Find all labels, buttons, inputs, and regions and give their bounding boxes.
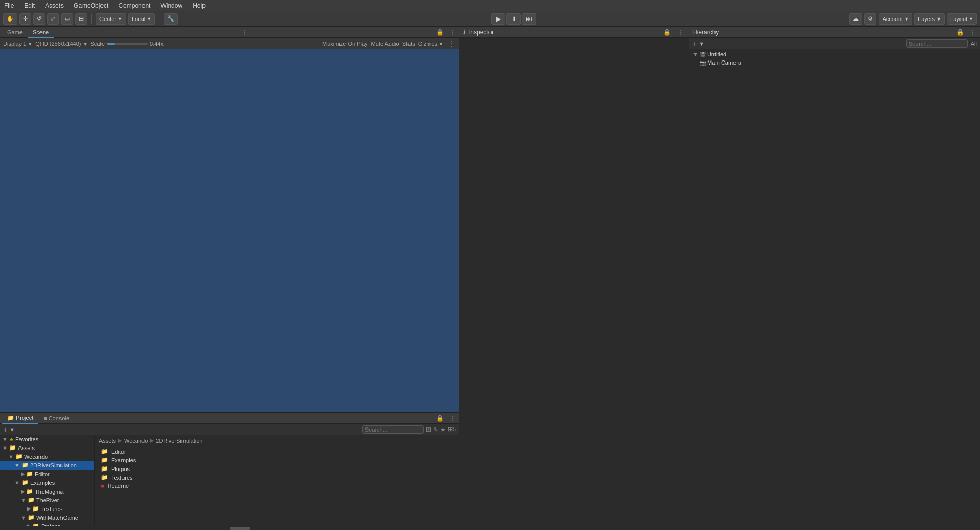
game-canvas[interactable] (0, 49, 459, 412)
bottom-toolbar-icon-3[interactable]: ★ (440, 426, 446, 433)
hierarchy-filter-button[interactable]: ▼ (699, 40, 704, 47)
stats-button[interactable]: Stats (402, 40, 415, 47)
breadcrumb-3[interactable]: 2DRiverSimulation (156, 438, 202, 444)
play-button[interactable]: ▶ (491, 13, 505, 25)
untitled-scene-icon: 🎬 (700, 52, 706, 57)
themagma-expand-icon: ▶ (21, 488, 25, 495)
file-plugins-icon: 📁 (101, 465, 108, 472)
tab-game[interactable]: Game (2, 27, 28, 38)
layers-button[interactable]: Layers ▼ (914, 13, 945, 25)
project-scroll-thumb[interactable] (230, 527, 250, 530)
file-editor[interactable]: 📁 Editor (99, 447, 455, 456)
withmatch-expand-icon: ▼ (21, 515, 26, 521)
editor-folder-icon: 📁 (26, 471, 33, 477)
themagma-folder-icon: 📁 (26, 488, 33, 495)
menu-help[interactable]: Help (191, 2, 208, 9)
view-tabs: Game Scene ⋮ 🔒 ⋮ (0, 27, 459, 38)
game-toolbar-more-button[interactable]: ⋮ (446, 40, 456, 47)
tree-assets-label: Assets (18, 445, 35, 451)
resolution-dropdown[interactable]: QHD (2560x1440) ▼ (35, 40, 87, 47)
river-folder-icon: 📁 (22, 462, 29, 468)
view-tab-more-button[interactable]: ⋮ (239, 27, 250, 38)
menu-window[interactable]: Window (158, 2, 185, 9)
tree-2driversimulation[interactable]: ▼ 📁 2DRiverSimulation (0, 461, 94, 470)
tree-favorites[interactable]: ▼ ★ Favorites (0, 435, 94, 443)
menu-component[interactable]: Component (116, 2, 152, 9)
tree-examples[interactable]: ▼ 📁 Examples (0, 478, 94, 487)
space-dropdown-icon: ▼ (147, 16, 151, 22)
tree-examples-label: Examples (30, 480, 55, 486)
project-tab-label: Project (16, 412, 33, 423)
step-button[interactable]: ⏭ (522, 13, 536, 25)
pivot-button[interactable]: Center ▼ (96, 13, 126, 25)
bottom-options-button[interactable]: ⋮ (447, 415, 457, 422)
tree-themagma[interactable]: ▶ 📁 TheMagma (0, 487, 94, 496)
hierarchy-scene-untitled[interactable]: ▼ 🎬 Untitled (689, 50, 980, 58)
file-textures[interactable]: 📁 Textures (99, 473, 455, 482)
bottom-toolbar-icon-1[interactable]: ⊞ (426, 426, 431, 433)
tab-project[interactable]: 📁 Project (2, 413, 38, 424)
menu-file[interactable]: File (2, 2, 16, 9)
project-files: Assets ▶ Wecando ▶ 2DRiverSimulation 📁 E… (95, 435, 459, 526)
hierarchy-main-camera[interactable]: 📷 Main Camera (689, 58, 980, 67)
project-add-button[interactable]: + (3, 425, 7, 434)
transform-tool-button[interactable]: ⊞ (75, 13, 87, 25)
space-button[interactable]: Local ▼ (128, 13, 155, 25)
bottom-toolbar-icon-2[interactable]: ✎ (433, 426, 438, 433)
file-examples[interactable]: 📁 Examples (99, 456, 455, 464)
display-dropdown[interactable]: Display 1 ▼ (3, 40, 32, 47)
breadcrumb-1[interactable]: Assets (99, 438, 116, 444)
menu-assets[interactable]: Assets (43, 2, 66, 9)
mute-audio-button[interactable]: Mute Audio (371, 40, 399, 47)
rect-tool-button[interactable]: ▭ (61, 13, 73, 25)
hierarchy-all-filter[interactable]: All (971, 40, 977, 47)
file-plugins[interactable]: 📁 Plugins (99, 464, 455, 473)
project-search-input[interactable] (362, 425, 424, 434)
tree-theriver[interactable]: ▼ 📁 TheRiver (0, 496, 94, 504)
gizmos-dropdown-icon: ▼ (439, 42, 443, 47)
breadcrumb-2[interactable]: Wecando (124, 438, 148, 444)
hierarchy-more-button[interactable]: ⋮ (968, 29, 977, 36)
hierarchy-lock-button[interactable]: 🔒 (955, 29, 966, 36)
file-textures-label: Textures (111, 475, 133, 481)
view-options-button[interactable]: ⋮ (447, 29, 457, 36)
camera-icon: 📷 (700, 60, 706, 66)
layout-button[interactable]: Layout ▼ (947, 13, 977, 25)
scale-tool-button[interactable]: ⤢ (47, 13, 59, 25)
inspector-panel: ℹ Inspector 🔒 ⋮ (459, 27, 689, 530)
gizmos-dropdown[interactable]: Gizmos ▼ (418, 40, 443, 47)
hierarchy-add-button[interactable]: + (692, 39, 697, 48)
collab-button[interactable]: ☁ (849, 13, 862, 25)
maximize-on-play-button[interactable]: Maximize On Play (322, 40, 368, 47)
file-readme[interactable]: ■ Readme (99, 482, 455, 490)
tree-withmatchgame[interactable]: ▼ 📁 WithMatchGame (0, 513, 94, 522)
tree-wecando[interactable]: ▼ 📁 Wecando (0, 452, 94, 461)
view-lock-button[interactable]: 🔒 (435, 29, 445, 36)
inspector-lock-button[interactable]: 🔒 (662, 29, 672, 36)
bottom-panel: 📁 Project ≡ Console 🔒 ⋮ + ▼ ⊞ ✎ (0, 412, 459, 530)
tree-theriver-textures[interactable]: ▶ 📁 Textures (0, 504, 94, 513)
custom-tool-1-button[interactable]: 🔧 (164, 13, 178, 25)
pause-button[interactable]: ⏸ (506, 13, 521, 25)
tab-scene[interactable]: Scene (28, 27, 54, 38)
inspector-more-button[interactable]: ⋮ (676, 29, 685, 36)
bottom-toolbar: + ▼ ⊞ ✎ ★ ⊞5 (0, 424, 459, 435)
tree-prefabs[interactable]: ▶ 📁 Prefabs (0, 522, 94, 526)
project-filter-button[interactable]: ▼ (9, 426, 15, 433)
move-tool-button[interactable]: ✛ (19, 13, 31, 25)
menu-gameobject[interactable]: GameObject (72, 2, 110, 9)
tree-editor[interactable]: ▶ 📁 Editor (0, 470, 94, 478)
account-button[interactable]: Account ▼ (879, 13, 912, 25)
services-button[interactable]: ⚙ (864, 13, 876, 25)
scale-slider[interactable] (107, 43, 148, 45)
menu-edit[interactable]: Edit (22, 2, 37, 9)
tree-withmatchgame-label: WithMatchGame (36, 515, 78, 521)
hierarchy-search-input[interactable] (906, 39, 968, 48)
withmatch-folder-icon: 📁 (28, 514, 35, 521)
rotate-tool-button[interactable]: ↺ (33, 13, 45, 25)
hand-tool-button[interactable]: ✋ (3, 13, 17, 25)
tree-assets[interactable]: ▼ 📁 Assets (0, 443, 94, 452)
bottom-lock-button[interactable]: 🔒 (435, 415, 445, 422)
tab-console[interactable]: ≡ Console (38, 413, 74, 424)
file-editor-label: Editor (111, 449, 126, 455)
